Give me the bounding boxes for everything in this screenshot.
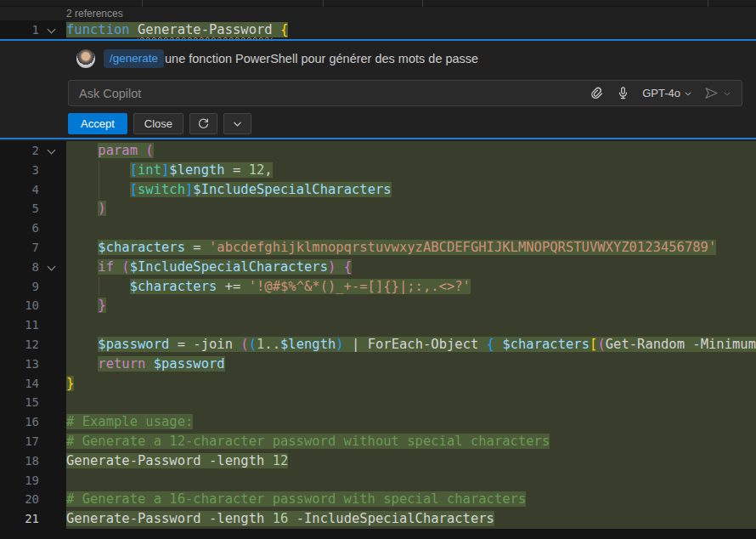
- code-line[interactable]: [int]$length = 12,: [66, 161, 756, 180]
- code-row: 16# Example usage:: [0, 412, 756, 432]
- line-number: 14: [0, 374, 39, 394]
- accept-button[interactable]: Accept: [68, 113, 127, 134]
- code-line[interactable]: # Example usage:: [66, 412, 756, 432]
- chat-prompt-text: une fonction PowerShell pour générer des…: [165, 49, 478, 68]
- code-line[interactable]: }: [66, 374, 756, 394]
- code-line[interactable]: return $password: [66, 355, 756, 374]
- tab-bar-edge: [0, 0, 756, 7]
- code-line-1-container: 1function Generate-Password {: [0, 20, 756, 40]
- code-line[interactable]: [66, 218, 756, 238]
- code-row: 20# Generate a 16-character password wit…: [0, 490, 756, 509]
- code-line[interactable]: [66, 315, 756, 335]
- code-line[interactable]: [66, 471, 756, 491]
- gutter: 12: [0, 335, 66, 355]
- code-line[interactable]: Generate-Password -length 12: [66, 451, 756, 471]
- code-row: 9 $characters += '!@#$%^&*()_+-=[]{}|;:,…: [0, 277, 756, 297]
- gutter: 21: [0, 509, 66, 529]
- code-row: 2 param (: [0, 141, 756, 161]
- code-area: 2 param (3 [int]$length = 12,4 [switch]$…: [0, 141, 756, 529]
- line-number: 3: [0, 161, 39, 180]
- gutter: 6: [0, 218, 66, 238]
- more-actions-button[interactable]: [223, 113, 251, 134]
- close-button[interactable]: Close: [133, 113, 183, 134]
- code-row: 8 if ($IncludeSpecialCharacters) {: [0, 258, 756, 277]
- copilot-input-container: GPT-4o: [68, 80, 742, 106]
- code-row: 17# Generate a 12-character password wit…: [0, 432, 756, 451]
- model-picker[interactable]: GPT-4o: [642, 87, 692, 99]
- line-number: 13: [0, 355, 39, 374]
- copilot-input[interactable]: [69, 87, 590, 100]
- code-row: 3 [int]$length = 12,: [0, 161, 756, 180]
- codelens-references[interactable]: 2 references: [66, 8, 123, 20]
- code-row: 5 ): [0, 199, 756, 218]
- gutter: 19: [0, 471, 66, 491]
- code-row: 6: [0, 218, 756, 238]
- code-row: 13 return $password: [0, 355, 756, 374]
- gutter: 14: [0, 374, 66, 394]
- code-line[interactable]: param (: [66, 141, 756, 161]
- send-icon[interactable]: [704, 86, 719, 100]
- editor-bottom-gap: [0, 529, 756, 539]
- code-line[interactable]: [66, 393, 756, 412]
- gutter: 13: [0, 355, 66, 374]
- gutter: 18: [0, 451, 66, 471]
- code-line[interactable]: ): [66, 199, 756, 218]
- tab-separator: [323, 0, 324, 7]
- gutter: 15: [0, 393, 66, 412]
- code-row: 18Generate-Password -length 12: [0, 451, 756, 471]
- code-line[interactable]: [switch]$IncludeSpecialCharacters: [66, 180, 756, 200]
- code-line[interactable]: if ($IncludeSpecialCharacters) {: [66, 258, 756, 277]
- gutter: 3: [0, 161, 66, 180]
- tab-separator: [422, 0, 423, 7]
- code-line[interactable]: # Generate a 12-character password witho…: [66, 432, 756, 451]
- indent-guide: [99, 180, 99, 200]
- gutter: 9: [0, 277, 66, 297]
- gutter: 4: [0, 180, 66, 200]
- line-number: 19: [0, 471, 39, 491]
- line-number: 8: [0, 258, 39, 277]
- inline-copilot-chat: /generate une fonction PowerShell pour g…: [0, 39, 756, 139]
- gutter: 8: [0, 258, 66, 277]
- code-line[interactable]: # Generate a 16-character password with …: [66, 490, 756, 509]
- gutter: 10: [0, 296, 66, 315]
- paperclip-icon[interactable]: [590, 86, 604, 100]
- indent-guide: [99, 161, 99, 180]
- editor-window: 2 references 1function Generate-Password…: [0, 0, 756, 539]
- code-line[interactable]: Generate-Password -length 16 -IncludeSpe…: [66, 509, 756, 529]
- chevron-down-icon: [684, 89, 692, 98]
- line-number: 6: [0, 218, 39, 238]
- code-row: 15: [0, 393, 756, 412]
- code-row: 19: [0, 471, 756, 491]
- code-line[interactable]: $password = -join ((1..$length) | ForEac…: [66, 335, 756, 355]
- code-row: 10 }: [0, 296, 756, 315]
- gutter: 17: [0, 432, 66, 451]
- line-number: 15: [0, 393, 39, 412]
- line-number: 9: [0, 277, 39, 297]
- gutter: 1: [0, 20, 66, 40]
- gutter: 2: [0, 141, 66, 161]
- rerun-button[interactable]: [189, 113, 217, 134]
- fold-chevron-icon[interactable]: [48, 264, 54, 270]
- line-number: 16: [0, 412, 39, 432]
- code-row: 1function Generate-Password {: [0, 20, 756, 40]
- line-number: 7: [0, 238, 39, 258]
- line-number: 10: [0, 296, 39, 315]
- line-number: 12: [0, 335, 39, 355]
- send-options-chevron-icon[interactable]: [723, 89, 731, 98]
- refresh-icon: [197, 117, 210, 130]
- code-line[interactable]: function Generate-Password {: [66, 20, 756, 40]
- mic-icon[interactable]: [616, 86, 630, 100]
- fold-chevron-icon[interactable]: [48, 147, 54, 154]
- code-line[interactable]: $characters = 'abcdefghijklmnopqrstuvwxy…: [66, 238, 756, 258]
- gutter: 16: [0, 412, 66, 432]
- line-number: 21: [0, 509, 39, 529]
- line-number: 5: [0, 199, 39, 218]
- code-row: 11: [0, 315, 756, 335]
- code-line[interactable]: $characters += '!@#$%^&*()_+-=[]{}|;:,.<…: [66, 277, 756, 297]
- fold-chevron-icon[interactable]: [48, 26, 54, 33]
- line-number: 20: [0, 490, 39, 509]
- gutter: 11: [0, 315, 66, 335]
- line-number: 4: [0, 180, 39, 200]
- code-row: 7 $characters = 'abcdefghijklmnopqrstuvw…: [0, 238, 756, 258]
- code-line[interactable]: }: [66, 296, 756, 315]
